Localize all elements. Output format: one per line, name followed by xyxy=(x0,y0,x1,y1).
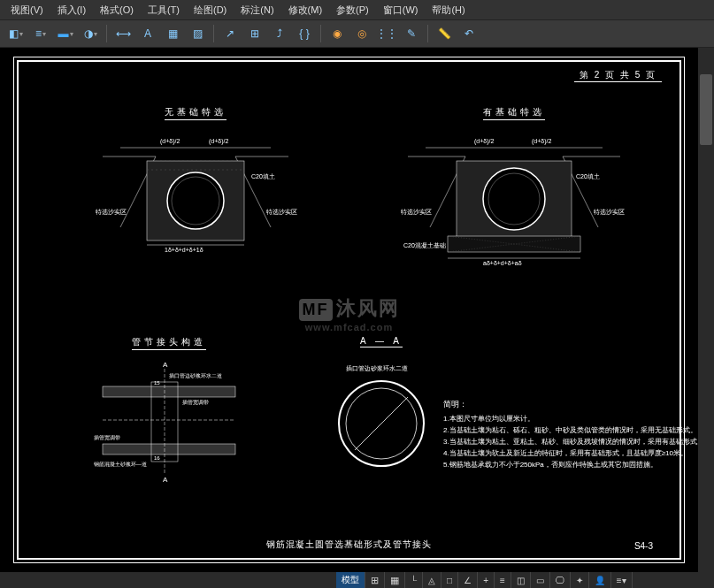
field-icon[interactable]: { } xyxy=(293,22,316,45)
sheet-number: S4-3 xyxy=(634,541,653,551)
measure-icon[interactable]: 📏 xyxy=(433,22,456,45)
detail-no-foundation: 无基础特选 (d+δ)/2 (d+δ)/2 C20填土 xyxy=(81,106,311,254)
group-icon[interactable]: ◉ xyxy=(326,22,349,45)
svg-text:(d+δ)/2: (d+δ)/2 xyxy=(160,138,180,145)
dyn-icon[interactable]: + xyxy=(478,572,495,588)
statusbar: 模型 ⊞ ▦ └ ◬ □ ∠ + ≡ ◫ ▭ 🖵 ✦ 👤 ≡▾ xyxy=(0,572,714,588)
array-icon[interactable]: ⋮⋮ xyxy=(375,22,398,45)
svg-text:16: 16 xyxy=(154,455,160,461)
am-icon[interactable]: ✦ xyxy=(571,572,589,588)
block-icon[interactable]: ▦ xyxy=(161,22,184,45)
svg-point-21 xyxy=(483,168,545,230)
snap-icon[interactable]: └ xyxy=(405,572,423,588)
svg-text:C20混凝土基础: C20混凝土基础 xyxy=(403,242,446,248)
vertical-scrollbar[interactable] xyxy=(698,48,714,572)
svg-text:C20填土: C20填土 xyxy=(576,173,600,180)
svg-line-47 xyxy=(355,397,408,450)
detail-section-aa: A — A 插口管边砂浆环水二道 xyxy=(302,336,461,481)
dim-icon[interactable]: ⟷ xyxy=(111,22,134,45)
svg-text:插管宽调带: 插管宽调带 xyxy=(94,434,120,440)
person-icon[interactable]: 👤 xyxy=(589,572,611,588)
menubar: 视图(V) 插入(I) 格式(O) 工具(T) 绘图(D) 标注(N) 修改(M… xyxy=(0,0,714,19)
svg-text:aδ+δ+d+δ+aδ: aδ+δ+d+δ+aδ xyxy=(483,260,522,266)
svg-text:C20填土: C20填土 xyxy=(251,173,275,180)
leader-icon[interactable]: ↗ xyxy=(219,22,242,45)
svg-text:特选沙实区: 特选沙实区 xyxy=(594,209,625,216)
drawing-canvas[interactable]: 第 2 页 共 5 页 无基础特选 (d+δ)/2 xyxy=(0,48,698,572)
table-icon[interactable]: ⊞ xyxy=(243,22,266,45)
svg-text:插口管边砂浆环水二道: 插口管边砂浆环水二道 xyxy=(346,365,408,372)
menu-dim[interactable]: 标注(N) xyxy=(234,2,280,19)
align-icon[interactable]: ◎ xyxy=(350,22,373,45)
layer-icon[interactable]: ◧▾ xyxy=(4,22,27,45)
osnap-icon[interactable]: □ xyxy=(441,572,458,588)
otrack-icon[interactable]: ∠ xyxy=(458,572,478,588)
menu-modify[interactable]: 修改(M) xyxy=(281,2,330,19)
scrollbar-thumb[interactable] xyxy=(700,74,712,145)
menu-param[interactable]: 参数(P) xyxy=(329,2,376,19)
lwt-icon[interactable]: ≡ xyxy=(495,572,511,588)
mleader-icon[interactable]: ⤴ xyxy=(268,22,291,45)
hatch-icon[interactable]: ▨ xyxy=(186,22,209,45)
undo-icon[interactable]: ↶ xyxy=(457,22,480,45)
svg-text:特选沙实区: 特选沙实区 xyxy=(401,209,432,216)
svg-text:15: 15 xyxy=(154,380,160,386)
detail-with-foundation: 有基础特选 (d+δ)/2 (d+δ)/2 xyxy=(390,106,638,271)
color-icon[interactable]: ◑▾ xyxy=(79,22,102,45)
svg-text:插管宽调带: 插管宽调带 xyxy=(182,399,209,405)
sc-icon[interactable]: 🖵 xyxy=(550,572,571,588)
svg-text:插口管边砂浆环水二道: 插口管边砂浆环水二道 xyxy=(169,373,222,378)
svg-text:钢筋混凝土砂浆环—道: 钢筋混凝土砂浆环—道 xyxy=(93,462,147,467)
qp-icon[interactable]: ▭ xyxy=(531,572,550,588)
svg-rect-32 xyxy=(103,386,235,397)
model-tab[interactable]: 模型 xyxy=(336,572,365,588)
linetype-icon[interactable]: ≡▾ xyxy=(29,22,52,45)
transparency-icon[interactable]: ◫ xyxy=(511,572,531,588)
svg-text:(d+δ)/2: (d+δ)/2 xyxy=(474,138,494,145)
menu-help[interactable]: 帮助(H) xyxy=(425,2,472,19)
menu-format[interactable]: 格式(O) xyxy=(93,2,141,19)
svg-text:(d+δ)/2: (d+δ)/2 xyxy=(532,138,551,145)
modify-icon[interactable]: ✎ xyxy=(400,22,423,45)
layout-grid-icon[interactable]: ▦ xyxy=(385,572,405,588)
svg-point-6 xyxy=(167,172,224,229)
polar-icon[interactable]: ◬ xyxy=(423,572,441,588)
svg-text:A: A xyxy=(163,361,168,369)
menu-view[interactable]: 视图(V) xyxy=(4,2,50,19)
notes: 简明： 1.本图尺寸单位均以厘米计。 2.当基础土壤为粘石、砾石、粗砂、中砂及类… xyxy=(443,398,698,470)
lineweight-icon[interactable]: ▬▾ xyxy=(54,22,77,45)
svg-text:特选沙实区: 特选沙实区 xyxy=(96,209,127,216)
sheet-title: 钢筋混凝土圆管选基础形式及管节接头 xyxy=(266,538,432,551)
svg-text:特选沙实区: 特选沙实区 xyxy=(266,209,297,216)
menu-insert[interactable]: 插入(I) xyxy=(50,2,93,19)
svg-text:A: A xyxy=(163,476,168,484)
menu-draw[interactable]: 绘图(D) xyxy=(187,2,234,19)
svg-text:(d+δ)/2: (d+δ)/2 xyxy=(209,138,228,145)
svg-rect-33 xyxy=(103,444,235,454)
text-icon[interactable]: A xyxy=(136,22,159,45)
detail-joint: 管节接头构造 A A 插口管边砂浆环水二道 插管宽调带 插管宽调带 钢筋混凝土砂… xyxy=(81,336,257,484)
customize-icon[interactable]: ≡▾ xyxy=(611,572,633,588)
menu-tools[interactable]: 工具(T) xyxy=(141,2,187,19)
grid-icon[interactable]: ⊞ xyxy=(365,572,385,588)
toolbar: ◧▾ ≡▾ ▬▾ ◑▾ ⟷ A ▦ ▨ ↗ ⊞ ⤴ { } ◉ ◎ ⋮⋮ ✎ 📏… xyxy=(0,19,714,48)
menu-window[interactable]: 窗口(W) xyxy=(376,2,426,19)
page-info: 第 2 页 共 5 页 xyxy=(574,69,662,81)
svg-text:1δ+δ+d+δ+1δ: 1δ+δ+d+δ+1δ xyxy=(165,247,203,253)
